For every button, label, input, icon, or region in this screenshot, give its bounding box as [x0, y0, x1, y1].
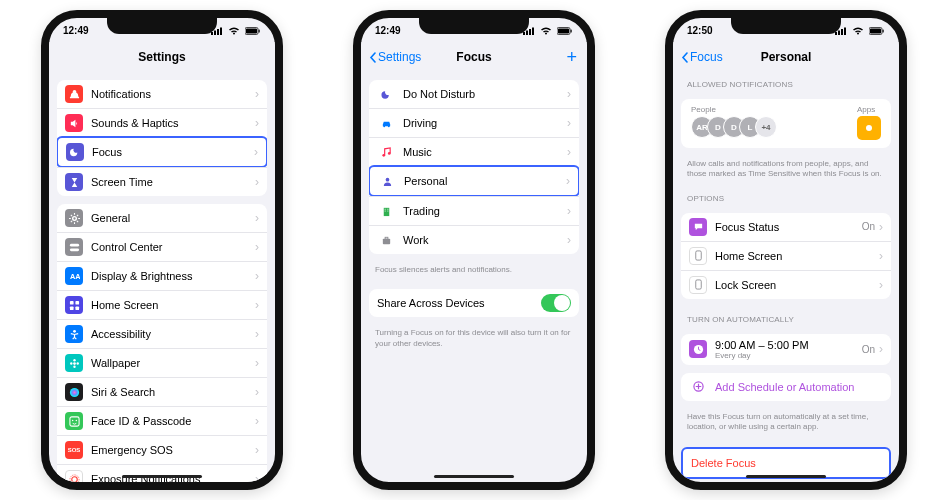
status-indicators: [209, 25, 261, 36]
focus-row-driving[interactable]: Driving›: [369, 108, 579, 137]
svg-point-23: [71, 419, 72, 420]
settings-row-face-id-passcode[interactable]: Face ID & Passcode›: [57, 406, 267, 435]
music-icon: [377, 143, 395, 161]
settings-row-wallpaper[interactable]: Wallpaper›: [57, 348, 267, 377]
settings-row-sounds-haptics[interactable]: Sounds & Haptics›: [57, 108, 267, 137]
svg-point-17: [73, 359, 75, 361]
settings-row-siri-search[interactable]: Siri & Search›: [57, 377, 267, 406]
back-button[interactable]: Settings: [369, 50, 421, 64]
settings-row-focus[interactable]: Focus›: [58, 138, 266, 166]
settings-row-control-center[interactable]: Control Center›: [57, 232, 267, 261]
status-time: 12:50: [687, 25, 713, 36]
svg-point-37: [387, 125, 389, 127]
svg-point-55: [866, 125, 872, 131]
hourglass-icon: [65, 173, 83, 191]
row-label: Siri & Search: [91, 386, 255, 398]
flower-icon: [65, 354, 83, 372]
delete-group: Delete Focus: [681, 447, 891, 479]
svg-rect-51: [844, 27, 846, 35]
person-icon: [378, 172, 396, 190]
chevron-left-icon: [681, 52, 688, 63]
row-label: Music: [403, 146, 567, 158]
settings-row-display-brightness[interactable]: AADisplay & Brightness›: [57, 261, 267, 290]
svg-point-15: [73, 329, 76, 332]
allowed-row[interactable]: PeopleARDDL+4Apps: [681, 99, 891, 148]
faceid-icon: [65, 412, 83, 430]
row-label: Face ID & Passcode: [91, 415, 255, 427]
chevron-right-icon: ›: [255, 385, 259, 399]
phone-focus: 12:49 Settings Focus + Do Not Disturb›Dr…: [353, 10, 595, 490]
people-column[interactable]: PeopleARDDL+4: [691, 105, 777, 140]
svg-rect-42: [384, 208, 385, 209]
focus-row-work[interactable]: Work›: [369, 225, 579, 254]
chevron-right-icon: ›: [567, 233, 571, 247]
focus-list: Do Not Disturb›Driving›Music›Personal›Tr…: [369, 80, 579, 254]
settings-row-notifications[interactable]: Notifications›: [57, 80, 267, 108]
chevron-right-icon: ›: [255, 414, 259, 428]
page-title: Personal: [761, 50, 812, 64]
focus-row-music[interactable]: Music›: [369, 137, 579, 166]
status-time: 12:49: [375, 25, 401, 36]
chevron-right-icon: ›: [254, 145, 258, 159]
chevron-right-icon: ›: [255, 175, 259, 189]
exposure-icon: [65, 470, 83, 482]
row-label: Wallpaper: [91, 357, 255, 369]
auto-group: 9:00 AM – 5:00 PMEvery dayOn›: [681, 334, 891, 365]
moon-outline-icon: [377, 85, 395, 103]
chevron-right-icon: ›: [255, 443, 259, 457]
chevron-right-icon: ›: [567, 145, 571, 159]
nav-bar: Focus Personal: [673, 42, 899, 72]
option-row-lock-screen[interactable]: Lock Screen›: [681, 270, 891, 299]
settings-row-exposure-notifications[interactable]: Exposure Notifications›: [57, 464, 267, 482]
speaker-icon: [65, 114, 83, 132]
accessibility-icon: [65, 325, 83, 343]
svg-rect-14: [75, 306, 79, 310]
settings-row-accessibility[interactable]: Accessibility›: [57, 319, 267, 348]
status-time: 12:49: [63, 25, 89, 36]
grid-icon: [65, 296, 83, 314]
row-label: Screen Time: [91, 176, 255, 188]
wifi-icon: [540, 27, 552, 35]
row-label: Personal: [404, 175, 566, 187]
toggle-switch[interactable]: [541, 294, 571, 312]
svg-rect-41: [383, 207, 389, 215]
settings-row-general[interactable]: General›: [57, 204, 267, 232]
svg-rect-44: [384, 210, 385, 211]
row-label: Driving: [403, 117, 567, 129]
svg-rect-30: [526, 30, 528, 35]
focus-row-personal[interactable]: Personal›: [370, 167, 578, 195]
option-row-focus-status[interactable]: Focus StatusOn›: [681, 213, 891, 241]
svg-point-24: [75, 419, 76, 420]
chevron-right-icon: ›: [255, 327, 259, 341]
settings-row-home-screen[interactable]: Home Screen›: [57, 290, 267, 319]
option-row-home-screen[interactable]: Home Screen›: [681, 241, 891, 270]
allowed-footer: Allow calls and notifications from peopl…: [673, 156, 899, 186]
schedule-row[interactable]: 9:00 AM – 5:00 PMEvery dayOn›: [681, 334, 891, 365]
settings-row-screen-time[interactable]: Screen Time›: [57, 167, 267, 196]
share-across-devices-row[interactable]: Share Across Devices: [369, 289, 579, 317]
row-label: Control Center: [91, 241, 255, 253]
add-button[interactable]: +: [566, 47, 577, 68]
bell-icon: [65, 85, 83, 103]
settings-row-emergency-sos[interactable]: SOSEmergency SOS›: [57, 435, 267, 464]
notch: [107, 18, 217, 34]
home-indicator: [746, 475, 826, 478]
settings-content[interactable]: Notifications›Sounds & Haptics›Focus›Scr…: [49, 72, 275, 482]
row-label: General: [91, 212, 255, 224]
apps-column[interactable]: Apps: [857, 105, 881, 140]
chevron-right-icon: ›: [879, 342, 883, 356]
back-button[interactable]: Focus: [681, 50, 723, 64]
avatar: +4: [755, 116, 777, 138]
row-label: Focus: [92, 146, 254, 158]
svg-point-39: [387, 152, 390, 155]
focus-row-trading[interactable]: Trading›: [369, 196, 579, 225]
svg-rect-11: [69, 300, 73, 304]
personal-content[interactable]: ALLOWED NOTIFICATIONSPeopleARDDL+4AppsAl…: [673, 72, 899, 482]
wifi-icon: [228, 27, 240, 35]
row-detail: On: [862, 344, 875, 355]
add-schedule-row[interactable]: Add Schedule or Automation: [681, 373, 891, 401]
focus-row-do-not-disturb[interactable]: Do Not Disturb›: [369, 80, 579, 108]
focus-content[interactable]: Do Not Disturb›Driving›Music›Personal›Tr…: [361, 72, 587, 482]
chevron-right-icon: ›: [879, 278, 883, 292]
delete-focus-row[interactable]: Delete Focus: [683, 449, 889, 477]
